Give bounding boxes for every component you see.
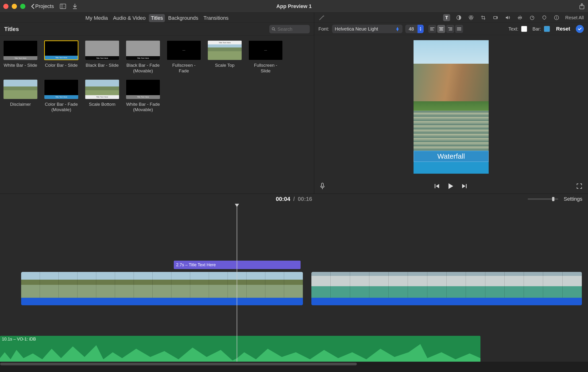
align-left-button[interactable] bbox=[428, 25, 436, 33]
play-button[interactable] bbox=[447, 183, 454, 190]
info-icon[interactable] bbox=[553, 14, 560, 21]
volume-icon[interactable] bbox=[504, 14, 511, 21]
tab-transitions[interactable]: Transitions bbox=[201, 14, 230, 22]
share-icon[interactable] bbox=[579, 3, 585, 10]
transport-controls bbox=[314, 179, 588, 194]
title-item[interactable]: Title Text HereScale Top bbox=[208, 40, 242, 74]
title-thumb[interactable]: — bbox=[248, 40, 283, 60]
timecode-display: 00:04 / 00:16 bbox=[276, 196, 312, 202]
svg-point-17 bbox=[556, 16, 557, 17]
title-caption: Black Bar - Slide bbox=[86, 63, 119, 68]
color-balance-icon[interactable] bbox=[455, 14, 462, 21]
preview-canvas: Waterfall bbox=[314, 35, 588, 179]
title-thumb[interactable]: Title Text Here bbox=[3, 40, 38, 60]
voiceover-clip[interactable]: 10.1s – VO-1: iDB bbox=[0, 336, 481, 364]
titles-grid: Title Text HereWhite Bar - SlideTitle Te… bbox=[0, 36, 314, 117]
title-item[interactable]: Title Text HereScale Bottom bbox=[85, 79, 119, 113]
microphone-icon[interactable] bbox=[320, 183, 325, 190]
video-clip-2[interactable] bbox=[311, 272, 582, 305]
back-chevron-icon[interactable] bbox=[31, 4, 34, 9]
title-item[interactable]: —Fullscreen - Slide bbox=[248, 40, 283, 74]
tab-audio-video[interactable]: Audio & Video bbox=[111, 14, 147, 22]
crop-icon[interactable] bbox=[480, 14, 487, 21]
font-label: Font: bbox=[318, 26, 329, 32]
title-item[interactable]: Title Text HereColor Bar - Slide bbox=[44, 40, 78, 74]
chevron-updown-icon: ▲▼ bbox=[395, 27, 400, 31]
window-traffic-lights bbox=[3, 4, 25, 9]
prev-frame-button[interactable] bbox=[434, 183, 440, 189]
title-item[interactable]: Title Text HereWhite Bar - Slide bbox=[3, 40, 38, 74]
window-zoom-button[interactable] bbox=[20, 4, 25, 9]
title-item[interactable]: Title Text HereWhite Bar - Fade (Movable… bbox=[126, 79, 160, 113]
svg-point-5 bbox=[272, 27, 274, 30]
title-bar-text: Waterfall bbox=[437, 152, 465, 160]
tab-backgrounds[interactable]: Backgrounds bbox=[166, 14, 200, 22]
align-right-button[interactable] bbox=[446, 25, 454, 33]
title-thumb[interactable]: Title Text Here bbox=[208, 40, 242, 60]
import-icon[interactable] bbox=[73, 3, 77, 9]
reset-all-button[interactable]: Reset All bbox=[565, 15, 584, 21]
title-thumb[interactable]: Title Text Here bbox=[85, 40, 119, 60]
title-thumb[interactable]: Title Text Here bbox=[44, 79, 78, 99]
check-icon bbox=[578, 27, 582, 31]
scrollbar-thumb[interactable] bbox=[0, 363, 357, 365]
title-thumb[interactable]: — bbox=[167, 40, 201, 60]
svg-rect-32 bbox=[435, 184, 435, 188]
voiceover-clip-label: 10.1s – VO-1: iDB bbox=[2, 337, 36, 342]
next-frame-button[interactable] bbox=[461, 183, 467, 189]
title-item[interactable]: —Fullscreen - Fade bbox=[167, 40, 201, 74]
clip-filter-icon[interactable] bbox=[541, 14, 548, 21]
search-input[interactable] bbox=[278, 27, 307, 32]
playhead[interactable] bbox=[237, 204, 237, 362]
bar-color-swatch[interactable] bbox=[544, 26, 550, 32]
stabilization-icon[interactable] bbox=[492, 14, 499, 21]
tab-titles[interactable]: Titles bbox=[149, 14, 165, 22]
zoom-slider[interactable] bbox=[528, 198, 558, 200]
color-correction-icon[interactable] bbox=[468, 14, 475, 21]
svg-rect-33 bbox=[466, 184, 467, 188]
magic-wand-icon[interactable] bbox=[318, 14, 325, 21]
title-bar-overlay[interactable]: Waterfall bbox=[413, 151, 489, 162]
library-toggle-icon[interactable]: ♪ bbox=[60, 4, 66, 9]
timeline-body[interactable]: 2.7s – Title Text Here 10.1s – VO-1: iDB bbox=[0, 204, 588, 366]
font-select[interactable]: Helvetica Neue Light ▲▼ bbox=[332, 25, 402, 33]
align-justify-button[interactable] bbox=[455, 25, 463, 33]
title-thumb[interactable]: Title Text Here bbox=[126, 40, 160, 60]
timeline-panel: 00:04 / 00:16 Settings 2.7s – Title Text… bbox=[0, 194, 588, 366]
title-inspector-icon[interactable]: T bbox=[443, 14, 450, 21]
title-caption: Black Bar - Fade (Movable) bbox=[126, 63, 160, 74]
noise-reduction-icon[interactable] bbox=[516, 14, 524, 21]
title-thumb[interactable]: Title Text Here bbox=[44, 40, 78, 60]
apply-check-button[interactable] bbox=[576, 25, 584, 33]
document-title: App Preview 1 bbox=[276, 3, 312, 9]
window-close-button[interactable] bbox=[3, 4, 9, 9]
font-size-stepper[interactable]: ▲▼ bbox=[418, 25, 424, 33]
font-size-field[interactable]: 48 bbox=[405, 25, 418, 33]
speed-icon[interactable] bbox=[529, 14, 536, 21]
inspector-toolbar: T Reset All bbox=[314, 13, 588, 22]
video-clip-1[interactable] bbox=[21, 272, 303, 305]
tab-my-media[interactable]: My Media bbox=[84, 14, 110, 22]
title-clip[interactable]: 2.7s – Title Text Here bbox=[174, 261, 301, 269]
text-color-swatch[interactable] bbox=[521, 26, 527, 32]
title-thumb[interactable] bbox=[3, 79, 38, 99]
title-caption: Color Bar - Fade (Movable) bbox=[44, 101, 78, 113]
title-item[interactable]: Title Text HereBlack Bar - Fade (Movable… bbox=[126, 40, 160, 74]
back-label[interactable]: Projects bbox=[35, 3, 54, 9]
title-item[interactable]: Disclaimer bbox=[3, 79, 38, 113]
reset-button[interactable]: Reset bbox=[556, 26, 570, 32]
preview-frame[interactable]: Waterfall bbox=[413, 40, 489, 174]
timeline-settings-button[interactable]: Settings bbox=[564, 196, 583, 202]
title-item[interactable]: Title Text HereColor Bar - Fade (Movable… bbox=[44, 79, 78, 113]
title-thumb[interactable]: Title Text Here bbox=[126, 79, 160, 99]
horizontal-scrollbar[interactable] bbox=[0, 362, 588, 366]
title-item[interactable]: Title Text HereBlack Bar - Slide bbox=[85, 40, 119, 74]
svg-text:♪: ♪ bbox=[64, 5, 65, 8]
text-color-label: Text: bbox=[508, 26, 518, 32]
align-center-button[interactable] bbox=[437, 25, 445, 33]
fullscreen-icon[interactable] bbox=[576, 183, 582, 189]
window-minimize-button[interactable] bbox=[12, 4, 17, 9]
title-thumb[interactable]: Title Text Here bbox=[85, 79, 119, 99]
search-field[interactable] bbox=[269, 25, 310, 33]
zoom-slider-knob[interactable] bbox=[552, 197, 554, 201]
